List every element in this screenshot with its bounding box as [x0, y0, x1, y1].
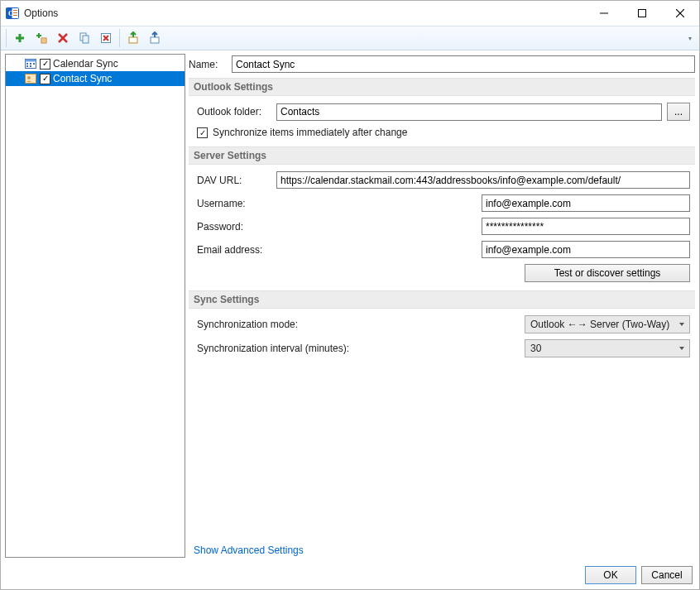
svg-rect-28	[26, 63, 28, 65]
sync-interval-label: Synchronization interval (minutes):	[197, 343, 354, 354]
svg-rect-26	[26, 60, 36, 62]
dav-url-label: DAV URL:	[197, 175, 271, 186]
add-multiple-button[interactable]	[31, 28, 51, 48]
app-icon: O	[6, 7, 19, 20]
svg-rect-19	[83, 36, 89, 43]
tree-checkbox[interactable]: ✓	[40, 59, 50, 70]
options-window: O Options	[0, 0, 700, 590]
name-row: Name:	[189, 55, 695, 73]
svg-rect-32	[30, 65, 31, 67]
section-header-sync: Sync Settings	[189, 290, 695, 309]
section-header-server: Server Settings	[189, 146, 695, 165]
dialog-footer: OK Cancel	[1, 561, 699, 589]
sync-section: Synchronization mode: Outlook ←→ Server …	[189, 309, 695, 366]
email-label: Email address:	[197, 244, 271, 256]
test-discover-button[interactable]: Test or discover settings	[525, 264, 690, 282]
sync-mode-select[interactable]: Outlook ←→ Server (Two-Way)	[525, 315, 690, 333]
cancel-button[interactable]: Cancel	[641, 566, 693, 584]
body: ✓ Calendar Sync ✓ Contact Sync Name: Out…	[1, 50, 699, 561]
contacts-icon	[24, 72, 37, 85]
export-button[interactable]	[145, 28, 165, 48]
copy-button[interactable]	[74, 28, 94, 48]
svg-rect-31	[26, 65, 28, 67]
password-label: Password:	[197, 221, 271, 233]
email-input[interactable]	[482, 241, 690, 258]
sync-interval-select[interactable]: 30	[525, 339, 690, 357]
tree-item-calendar-sync[interactable]: ✓ Calendar Sync	[6, 56, 185, 71]
svg-rect-15	[42, 39, 46, 42]
tree-item-label: Calendar Sync	[53, 58, 118, 70]
section-header-outlook: Outlook Settings	[189, 78, 695, 96]
window-title: Options	[24, 7, 58, 19]
import-button[interactable]	[123, 28, 143, 48]
maximize-button[interactable]	[623, 1, 661, 26]
tree-item-contact-sync[interactable]: ✓ Contact Sync	[6, 71, 185, 86]
tree-checkbox[interactable]: ✓	[40, 74, 50, 84]
name-label: Name:	[189, 59, 227, 70]
svg-point-34	[27, 76, 31, 79]
toolbar-overflow-icon[interactable]: ▾	[684, 28, 696, 48]
sync-immediate-label: Synchronize items immediately after chan…	[213, 127, 407, 138]
close-button[interactable]	[661, 1, 699, 26]
svg-rect-23	[129, 37, 137, 43]
titlebar: O Options	[1, 1, 699, 26]
clear-cache-button[interactable]	[96, 28, 116, 48]
ok-button[interactable]: OK	[585, 566, 636, 584]
username-input[interactable]	[482, 194, 690, 212]
settings-panel: Name: Outlook Settings Outlook folder: .…	[189, 54, 695, 558]
outlook-section: Outlook folder: ... ✓ Synchronize items …	[189, 96, 695, 146]
svg-rect-7	[639, 10, 646, 17]
username-label: Username:	[197, 198, 271, 209]
browse-folder-button[interactable]: ...	[667, 103, 690, 121]
tree-item-label: Contact Sync	[53, 73, 112, 84]
minimize-button[interactable]	[585, 1, 623, 26]
delete-button[interactable]	[53, 28, 73, 48]
toolbar: ▾	[1, 26, 699, 50]
profile-tree[interactable]: ✓ Calendar Sync ✓ Contact Sync	[5, 54, 185, 558]
outlook-folder-label: Outlook folder:	[197, 106, 271, 118]
password-input[interactable]	[482, 218, 690, 235]
sync-immediate-checkbox[interactable]: ✓	[197, 127, 208, 138]
svg-rect-30	[33, 63, 35, 65]
add-profile-button[interactable]	[10, 28, 30, 48]
outlook-folder-input[interactable]	[276, 103, 662, 121]
name-input[interactable]	[232, 55, 695, 73]
svg-rect-24	[151, 37, 159, 43]
svg-rect-3	[13, 10, 17, 11]
svg-rect-5	[13, 15, 17, 16]
calendar-icon	[24, 57, 37, 70]
svg-rect-29	[30, 63, 31, 65]
server-section: DAV URL: Username: Password: Email addre…	[189, 165, 695, 290]
svg-text:O: O	[8, 9, 14, 17]
sync-mode-label: Synchronization mode:	[197, 319, 354, 330]
show-advanced-link[interactable]: Show Advanced Settings	[194, 544, 695, 556]
dav-url-input[interactable]	[276, 171, 690, 189]
svg-rect-4	[13, 12, 17, 13]
